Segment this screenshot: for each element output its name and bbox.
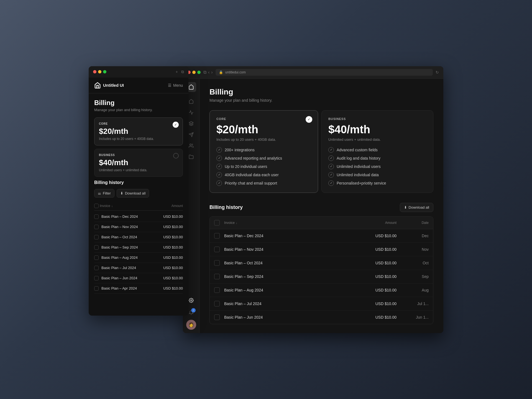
business-badge: BUSINESS [328, 117, 426, 121]
billing-actions: ⚌ Filter ⬇ Download all [94, 189, 183, 198]
invoice-name: Basic Plan – Aug 2024 [101, 255, 138, 260]
row-checkbox[interactable] [214, 314, 220, 320]
sidebar-toggle-icon[interactable]: ⧉ [203, 70, 206, 75]
sort-invoice-icon[interactable]: ↓ [236, 221, 237, 224]
row-checkbox[interactable] [214, 233, 220, 239]
billing-history-title: Billing history [94, 180, 183, 185]
table-row: Basic Plan – Jul 2024 USD $10.00 [94, 263, 183, 273]
invoice-column-header: Invoice ↓ [94, 204, 113, 208]
feature-check-icon: ✓ [216, 147, 222, 153]
logo-text: Untitled UI [103, 83, 124, 88]
row-checkbox[interactable] [94, 225, 99, 229]
invoice-column-header: Invoice ↓ [224, 221, 363, 225]
business-plan-card[interactable]: BUSINESS $40/mth Unlimited users + unlim… [94, 149, 183, 177]
download-icon: ⬇ [404, 205, 407, 209]
business-plan-radio [173, 153, 179, 158]
maximize-button[interactable] [103, 70, 106, 73]
invoice-name: Basic Plan – Nov 2024 [224, 247, 363, 252]
billing-history-section: Billing history ⬇ Download all Invoice ↓ [209, 203, 433, 324]
core-selected-icon: ✓ [306, 116, 312, 123]
core-price: $20/mth [216, 123, 311, 136]
download-all-button[interactable]: ⬇ Download all [400, 203, 433, 212]
core-plan-card[interactable]: CORE $20/mth Includes up to 20 users + 4… [209, 110, 318, 193]
invoice-amount: USD $10.00 [163, 266, 183, 270]
invoice-date: Aug [401, 288, 429, 292]
core-plan-badge: CORE [99, 122, 178, 125]
plans-grid: CORE $20/mth Includes up to 20 users + 4… [209, 110, 433, 193]
user-avatar[interactable]: 👩 [186, 320, 196, 330]
row-checkbox[interactable] [94, 245, 99, 250]
row-checkbox[interactable] [94, 286, 99, 291]
browser-maximize-button[interactable] [197, 71, 201, 74]
business-plan-card[interactable]: BUSINESS $40/mth Unlimited users + unlim… [321, 110, 433, 193]
row-checkbox[interactable] [94, 255, 99, 260]
address-text: untitledui.com [225, 70, 246, 74]
core-badge: CORE [216, 117, 311, 121]
feature-check-icon: ✓ [328, 155, 334, 161]
invoice-name: Basic Plan – Oct 2024 [101, 235, 137, 239]
feature-item: ✓ Up to 20 individual users [216, 164, 311, 169]
table-row: Basic Plan – Aug 2024 USD $10.00 [94, 253, 183, 263]
back-icon[interactable]: ‹ [208, 70, 209, 75]
mobile-titlebar: + ⧉ [89, 66, 188, 78]
feature-text: Unlimited individual users [337, 164, 381, 169]
windows-container: + ⧉ Untitled UI ☰ Menu Billing [89, 66, 443, 333]
row-left: Basic Plan – Aug 2024 [94, 255, 138, 260]
forward-icon[interactable]: › [211, 70, 213, 75]
download-all-button[interactable]: ⬇ Download all [117, 189, 149, 198]
page-title: Billing [209, 88, 433, 96]
select-all-checkbox[interactable] [214, 220, 220, 226]
invoice-name: Basic Plan – Jun 2024 [224, 315, 363, 319]
feature-text: Unlimited individual data [337, 173, 379, 177]
table-row: Basic Plan – Apr 2024 USD $10.00 [94, 283, 183, 294]
row-checkbox[interactable] [94, 235, 99, 239]
page-subtitle: Manage your plan and billing history. [209, 98, 433, 103]
add-icon[interactable]: + [176, 70, 178, 74]
row-checkbox[interactable] [214, 301, 220, 306]
row-checkbox[interactable] [214, 247, 220, 252]
row-left: Basic Plan – Nov 2024 [94, 225, 138, 229]
invoice-name: Basic Plan – Nov 2024 [101, 225, 138, 229]
titlebar-actions: + ⧉ [176, 70, 184, 74]
browser-window: ⧉ ‹ › 🔒 untitledui.com ↻ [183, 66, 443, 333]
table-row: Basic Plan – Nov 2024 USD $10.00 Nov [210, 243, 433, 256]
invoice-date: Jun 1... [401, 315, 429, 319]
lock-icon: 🔒 [219, 70, 223, 74]
core-plan-card[interactable]: CORE $20/mth Includes up to 20 users + 4… [94, 117, 183, 145]
refresh-icon[interactable]: ↻ [436, 70, 439, 75]
invoice-amount: USD $10.00 [363, 274, 397, 279]
close-button[interactable] [93, 70, 96, 73]
row-checkbox[interactable] [94, 266, 99, 270]
feature-item: ✓ Advanced custom fields [328, 147, 426, 153]
invoice-name: Basic Plan – Sep 2024 [101, 245, 138, 249]
feature-text: Advanced reporting and analytics [225, 156, 282, 160]
core-features: ✓ 200+ integrations ✓ Advanced reporting… [216, 147, 311, 186]
row-checkbox[interactable] [94, 276, 99, 280]
row-left: Basic Plan – Oct 2024 [94, 235, 137, 239]
browser-minimize-button[interactable] [192, 71, 196, 74]
row-checkbox[interactable] [94, 214, 99, 219]
feature-check-icon: ✓ [216, 172, 222, 178]
row-checkbox[interactable] [214, 274, 220, 279]
address-bar[interactable]: 🔒 untitledui.com [216, 69, 433, 76]
row-checkbox[interactable] [214, 287, 220, 293]
row-checkbox[interactable] [214, 260, 220, 266]
business-price: $40/mth [328, 123, 426, 136]
feature-item: ✓ Advanced reporting and analytics [216, 155, 311, 161]
minimize-button[interactable] [98, 70, 101, 73]
invoice-name: Basic Plan – Sep 2024 [224, 274, 363, 279]
feature-item: ✓ Unlimited individual data [328, 172, 426, 178]
traffic-lights [93, 70, 106, 73]
copy-icon[interactable]: ⧉ [181, 70, 184, 74]
amount-column-header: Amount [172, 204, 183, 208]
row-left: Basic Plan – Apr 2024 [94, 286, 137, 291]
invoice-amount: USD $10.00 [363, 315, 397, 319]
menu-button[interactable]: ☰ Menu [168, 83, 183, 88]
invoice-name: Basic Plan – Apr 2024 [101, 286, 137, 290]
browser-layout: 2 👩 Billing Manage your plan and billing… [183, 79, 443, 333]
row-left: Basic Plan – Jul 2024 [94, 266, 136, 270]
select-all-checkbox[interactable] [94, 204, 99, 208]
filter-button[interactable]: ⚌ Filter [94, 189, 114, 198]
invoice-amount: USD $10.00 [163, 255, 183, 260]
feature-check-icon: ✓ [328, 172, 334, 178]
